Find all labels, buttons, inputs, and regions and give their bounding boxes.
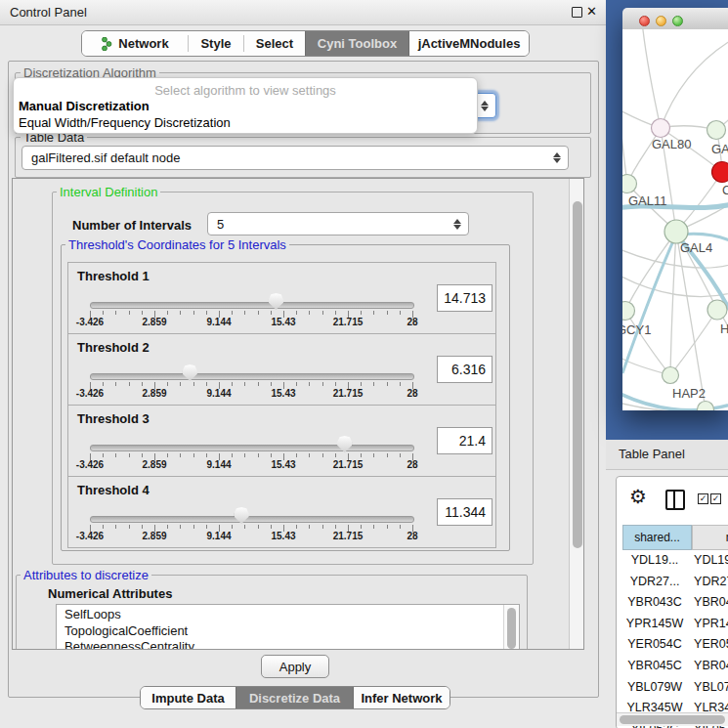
list-scrollbar-thumb[interactable]	[507, 608, 516, 649]
threshold-3-panel: Threshold 3-3.4262.8599.14415.4321.71528	[67, 405, 496, 477]
table-horizontal-scrollbar[interactable]	[617, 712, 728, 726]
slider-tick-label: 9.144	[206, 317, 231, 327]
slider-tick-label: 15.43	[271, 388, 295, 399]
network-edge[interactable]	[622, 86, 627, 184]
column-header-name[interactable]: na	[692, 525, 728, 550]
cell-name[interactable]: YPR14	[687, 614, 728, 635]
threshold-2-value-field[interactable]	[437, 356, 492, 383]
float-window-icon[interactable]	[572, 7, 582, 18]
table-data-combobox[interactable]: galFiltered.sif default node	[21, 146, 569, 170]
network-edge[interactable]	[670, 232, 676, 375]
list-scrollbar[interactable]	[503, 605, 519, 650]
gear-icon[interactable]: ⚙	[629, 485, 647, 508]
cell-shared-name[interactable]: YBR045C	[622, 656, 687, 677]
table-row[interactable]: YER054CYER05	[622, 634, 728, 656]
control-panel-tabbar: Network Style Select Cyni Toolbox jActiv…	[81, 30, 530, 57]
columns-icon[interactable]	[665, 490, 685, 510]
cell-shared-name[interactable]: YBL079W	[622, 677, 687, 699]
network-edge[interactable]	[661, 35, 728, 128]
tab-network[interactable]: Network	[82, 31, 188, 56]
network-node-gcy1[interactable]	[622, 302, 635, 321]
slider-tick	[103, 453, 104, 457]
attribute-list-item[interactable]: TopologicalCoefficient	[57, 623, 503, 640]
network-node-gal80[interactable]	[652, 119, 670, 138]
tab-infer-network[interactable]: Infer Network	[354, 687, 450, 708]
network-edge[interactable]	[670, 310, 717, 375]
table-row[interactable]: YBR043CYBR04	[622, 592, 728, 614]
network-node-label: HAP2	[672, 386, 706, 401]
cell-name[interactable]: YBL07	[687, 677, 728, 699]
slider-tick	[103, 311, 104, 315]
slider-tick	[244, 311, 245, 315]
cell-name[interactable]: YBR04	[687, 592, 728, 614]
close-traffic-light-icon[interactable]	[639, 16, 650, 26]
network-node-h[interactable]	[707, 300, 727, 320]
slider-tick	[142, 311, 143, 315]
slider-tick	[400, 525, 401, 529]
slider-tick	[400, 382, 401, 386]
cell-name[interactable]: YBR04	[687, 656, 728, 677]
algorithm-option-manual[interactable]: Manual Discretization	[19, 99, 150, 113]
slider-tick	[193, 382, 194, 386]
slider-tick	[271, 525, 272, 529]
checkbox-icon[interactable]: ✓	[698, 493, 708, 504]
threshold-1-value-field[interactable]	[437, 284, 492, 312]
tab-discretize-data[interactable]: Discretize Data	[236, 687, 354, 708]
slider-tick	[387, 525, 388, 529]
table-row[interactable]: YBR045CYBR04	[622, 656, 728, 677]
cell-name[interactable]: YDL19	[687, 550, 728, 572]
slider-tick	[387, 453, 388, 457]
cell-shared-name[interactable]: YPR145W	[622, 614, 687, 635]
network-node-gal11[interactable]	[622, 175, 637, 193]
attribute-list-item[interactable]: BetweennessCentrality	[57, 639, 503, 650]
combo-arrows-icon	[480, 101, 489, 111]
column-header-shared-name[interactable]: shared...	[622, 525, 692, 550]
slider-tick	[296, 382, 297, 386]
table-row[interactable]: YDL19...YDL19	[622, 550, 728, 572]
panel-scrollbar[interactable]	[569, 179, 584, 650]
table-row[interactable]: YBL079WYBL07	[622, 677, 728, 699]
threshold-3-slider-track[interactable]	[90, 445, 414, 451]
attribute-list-item[interactable]: SelfLoops	[57, 607, 503, 623]
cell-shared-name[interactable]: YBR043C	[622, 592, 687, 614]
network-canvas[interactable]: GAL80GACGAL11GAL4GCY1HHAP2	[622, 29, 728, 410]
network-window-titlebar[interactable]	[622, 8, 728, 30]
threshold-2-slider-track[interactable]	[90, 373, 414, 380]
tab-jactivemnodules[interactable]: jActiveMNodules	[409, 31, 529, 56]
threshold-4-value-field[interactable]	[437, 498, 492, 526]
cell-name[interactable]: YER05	[687, 634, 728, 656]
tab-style[interactable]: Style	[189, 31, 243, 56]
algorithm-option-equal-width[interactable]: Equal Width/Frequency Discretization	[19, 115, 231, 130]
network-node-hap2[interactable]	[663, 367, 679, 384]
table-row[interactable]: YDR27...YDR27	[622, 572, 728, 593]
cell-shared-name[interactable]: YDL19...	[622, 550, 687, 572]
threshold-3-value-field[interactable]	[437, 427, 492, 454]
table-scrollbar-thumb[interactable]	[620, 715, 725, 724]
cell-shared-name[interactable]: YDR27...	[622, 572, 687, 593]
apply-button[interactable]: Apply	[261, 655, 329, 678]
network-node[interactable]	[698, 402, 714, 411]
threshold-4-slider-track[interactable]	[90, 516, 414, 523]
tab-select[interactable]: Select	[244, 31, 305, 56]
checkbox-icon[interactable]: ✓	[710, 493, 721, 504]
numerical-attributes-list[interactable]: SelfLoopsTopologicalCoefficientBetweenne…	[56, 604, 520, 650]
panel-scrollbar-thumb[interactable]	[573, 201, 582, 548]
number-of-intervals-label: Number of Intervals	[72, 218, 192, 233]
tab-impute-data[interactable]: Impute Data	[141, 687, 236, 708]
threshold-1-slider-track[interactable]	[90, 302, 414, 309]
cell-shared-name[interactable]: YER054C	[622, 634, 687, 656]
combo-arrows-icon	[452, 219, 461, 230]
network-node-c[interactable]	[712, 162, 728, 183]
cell-name[interactable]: YDR27	[687, 572, 728, 593]
number-of-intervals-combobox[interactable]: 5	[207, 212, 469, 236]
slider-tick	[193, 311, 194, 315]
network-edge[interactable]	[642, 29, 661, 128]
threshold-2-label: Threshold 2	[77, 340, 150, 355]
tab-cyni-toolbox[interactable]: Cyni Toolbox	[305, 31, 409, 56]
table-row[interactable]: YPR145WYPR14	[622, 614, 728, 635]
network-node-ga[interactable]	[707, 121, 726, 140]
slider-tick	[103, 525, 104, 529]
minimize-traffic-light-icon[interactable]	[656, 16, 666, 26]
zoom-traffic-light-icon[interactable]	[672, 16, 683, 26]
close-icon[interactable]: ✕	[586, 4, 597, 19]
